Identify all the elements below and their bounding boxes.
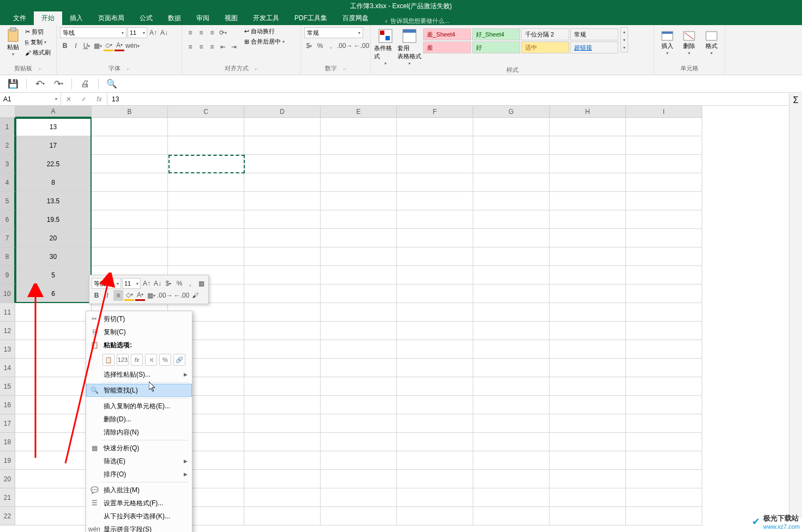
mini-accounting[interactable]: $▾ (164, 278, 173, 289)
font-name-select[interactable]: 等线▾ (60, 27, 126, 38)
row-header-9[interactable]: 9 (0, 266, 15, 285)
cell-F21[interactable] (397, 488, 473, 507)
orientation-button[interactable]: ⟳▾ (218, 27, 228, 38)
autosum-icon[interactable]: Σ (793, 95, 799, 518)
delete-cells-button[interactable]: 删除▾ (679, 27, 699, 56)
mini-border2[interactable]: ▦▾ (146, 290, 156, 301)
cell-A21[interactable] (15, 488, 92, 507)
ctx-format-cells[interactable]: ☰设置单元格格式(F)... (86, 497, 192, 510)
border-button[interactable]: ▦▾ (93, 40, 102, 51)
cell-I5[interactable] (626, 192, 702, 210)
tab-insert[interactable]: 插入 (62, 11, 91, 25)
cell-B7[interactable] (92, 229, 168, 247)
fill-color-button[interactable]: ◇▾ (104, 40, 113, 51)
cell-A4[interactable]: 8 (15, 173, 92, 192)
cell-H8[interactable] (550, 247, 626, 266)
cell-E19[interactable] (321, 451, 397, 470)
tab-file[interactable]: 文件 (5, 11, 34, 25)
cell-G4[interactable] (473, 173, 550, 192)
cell-E9[interactable] (321, 266, 397, 285)
column-header-I[interactable]: I (626, 106, 702, 118)
cell-E12[interactable] (321, 322, 397, 340)
ctx-phonetic[interactable]: wén显示拼音字段(S) (86, 523, 192, 532)
row-header-18[interactable]: 18 (0, 433, 15, 451)
cell-E13[interactable] (321, 340, 397, 359)
cell-A9[interactable]: 5 (15, 266, 92, 285)
cell-H18[interactable] (550, 433, 626, 451)
cell-D3[interactable] (244, 155, 321, 173)
mini-font-select[interactable]: 等线▾ (92, 278, 121, 289)
cell-H4[interactable] (550, 173, 626, 192)
fx-button[interactable]: fx (92, 95, 107, 103)
mini-percent[interactable]: % (174, 278, 184, 289)
cell-E15[interactable] (321, 377, 397, 396)
cell-E7[interactable] (321, 229, 397, 247)
row-header-11[interactable]: 11 (0, 303, 15, 322)
ctx-smart-lookup[interactable]: 🔍智能查找(L) (86, 384, 192, 397)
paste-transpose-icon[interactable]: ⤭ (145, 354, 157, 366)
cell-E18[interactable] (321, 433, 397, 451)
cell-D8[interactable] (244, 247, 321, 266)
mini-fill[interactable]: ◇▾ (124, 290, 134, 301)
cell-E8[interactable] (321, 247, 397, 266)
cell-B1[interactable] (92, 118, 168, 136)
number-launcher-icon[interactable]: ⌐ (343, 66, 346, 71)
cell-C5[interactable] (168, 192, 244, 210)
style-neutral[interactable]: 适中 (521, 41, 569, 53)
cell-H21[interactable] (550, 488, 626, 507)
ctx-filter[interactable]: 筛选(E)▶ (86, 455, 192, 468)
cell-F3[interactable] (397, 155, 473, 173)
cell-C3[interactable] (168, 155, 244, 173)
cell-F6[interactable] (397, 210, 473, 229)
style-good[interactable]: 好 (472, 41, 520, 53)
ctx-delete[interactable]: 删除(D)... (86, 413, 192, 426)
column-header-G[interactable]: G (473, 106, 550, 118)
cell-D15[interactable] (244, 377, 321, 396)
name-box[interactable]: A1▾ (0, 93, 61, 105)
cell-A18[interactable] (15, 433, 92, 451)
cell-H22[interactable] (550, 507, 626, 525)
cell-G2[interactable] (473, 136, 550, 155)
row-header-22[interactable]: 22 (0, 507, 15, 525)
cell-C1[interactable] (168, 118, 244, 136)
cell-F2[interactable] (397, 136, 473, 155)
mini-decrease-font[interactable]: A↓ (153, 278, 162, 289)
cell-I3[interactable] (626, 155, 702, 173)
cell-I14[interactable] (626, 359, 702, 377)
font-color-button[interactable]: A▾ (114, 40, 124, 51)
cell-G22[interactable] (473, 507, 550, 525)
column-header-A[interactable]: A (15, 106, 92, 118)
mini-size-select[interactable]: 11▾ (122, 278, 141, 289)
cell-E10[interactable] (321, 285, 397, 303)
cell-G21[interactable] (473, 488, 550, 507)
cell-F17[interactable] (397, 414, 473, 433)
cell-F22[interactable] (397, 507, 473, 525)
conditional-formatting-button[interactable]: 条件格式▾ (374, 27, 397, 66)
cell-F1[interactable] (397, 118, 473, 136)
row-header-4[interactable]: 4 (0, 173, 15, 192)
cell-I12[interactable] (626, 322, 702, 340)
mini-border[interactable]: ▦ (196, 278, 206, 289)
cell-A2[interactable]: 17 (15, 136, 92, 155)
save-button[interactable]: 💾 (8, 78, 19, 89)
cell-F13[interactable] (397, 340, 473, 359)
percent-button[interactable]: % (315, 40, 325, 51)
tab-baidu[interactable]: 百度网盘 (335, 11, 376, 25)
row-header-14[interactable]: 14 (0, 359, 15, 377)
enter-formula-button[interactable]: ✓ (76, 95, 92, 103)
print-preview-button[interactable]: 🔍 (106, 78, 117, 89)
cell-D2[interactable] (244, 136, 321, 155)
cell-D20[interactable] (244, 470, 321, 488)
cell-A10[interactable]: 6 (15, 285, 92, 303)
cell-D10[interactable] (244, 285, 321, 303)
cell-I9[interactable] (626, 266, 702, 285)
increase-font-button[interactable]: A↑ (148, 27, 158, 38)
paste-values-icon[interactable]: 123 (117, 354, 129, 366)
paste-formulas-icon[interactable]: fx (131, 354, 143, 366)
row-header-15[interactable]: 15 (0, 377, 15, 396)
cell-E2[interactable] (321, 136, 397, 155)
tab-view[interactable]: 视图 (217, 11, 245, 25)
redo-button[interactable]: ↷▾ (53, 78, 64, 89)
cell-D5[interactable] (244, 192, 321, 210)
cell-G17[interactable] (473, 414, 550, 433)
